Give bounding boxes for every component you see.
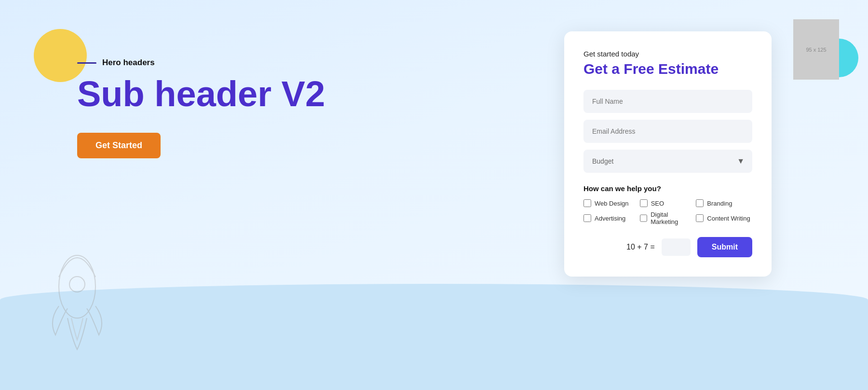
checkbox-seo-label: SEO	[651, 200, 664, 207]
background-wave	[0, 284, 868, 390]
checkbox-branding-input[interactable]	[696, 199, 704, 207]
hero-section: Hero headers Sub header V2 Get Started	[77, 58, 325, 158]
help-label: How can we help you?	[583, 184, 752, 193]
checkbox-seo[interactable]: SEO	[640, 199, 696, 207]
checkbox-seo-input[interactable]	[640, 199, 648, 207]
submit-button[interactable]: Submit	[697, 237, 752, 257]
form-title: Get a Free Estimate	[583, 61, 752, 77]
estimate-form-card: Get started today Get a Free Estimate Bu…	[564, 31, 772, 277]
checkbox-content-writing-label: Content Writing	[707, 215, 750, 222]
checkbox-branding[interactable]: Branding	[696, 199, 752, 207]
captcha-equation: 10 + 7 =	[626, 243, 655, 251]
checkbox-web-design-input[interactable]	[583, 199, 591, 207]
checkbox-content-writing-input[interactable]	[696, 214, 704, 222]
checkbox-web-design[interactable]: Web Design	[583, 199, 640, 207]
checkbox-branding-label: Branding	[707, 200, 732, 207]
rocket-illustration	[29, 234, 125, 361]
checkbox-digital-marketing-label: Digital Marketing	[651, 211, 696, 225]
email-input[interactable]	[583, 120, 752, 143]
checkbox-advertising-label: Advertising	[595, 215, 625, 222]
svg-point-0	[59, 255, 95, 318]
hero-label-row: Hero headers	[77, 58, 325, 68]
svg-point-1	[69, 277, 85, 292]
checkbox-content-writing[interactable]: Content Writing	[696, 211, 752, 225]
checkbox-advertising-input[interactable]	[583, 214, 591, 222]
hero-label-dash	[77, 62, 96, 64]
hero-title: Sub header V2	[77, 74, 325, 113]
image-placeholder: 95 x 125	[793, 19, 839, 80]
budget-select[interactable]: Budget < $1,000 $1,000 - $5,000 $5,000 -…	[583, 150, 752, 173]
services-checkboxes: Web Design SEO Branding Advertising Digi…	[583, 199, 752, 225]
checkbox-advertising[interactable]: Advertising	[583, 211, 640, 225]
checkbox-digital-marketing-input[interactable]	[640, 214, 648, 222]
checkbox-web-design-label: Web Design	[595, 200, 629, 207]
captcha-row: 10 + 7 = Submit	[583, 237, 752, 257]
get-started-button[interactable]: Get Started	[77, 133, 161, 158]
checkbox-digital-marketing[interactable]: Digital Marketing	[640, 211, 696, 225]
full-name-input[interactable]	[583, 90, 752, 113]
form-subtitle: Get started today	[583, 50, 752, 58]
budget-select-wrapper: Budget < $1,000 $1,000 - $5,000 $5,000 -…	[583, 150, 752, 173]
captcha-input[interactable]	[662, 238, 691, 256]
hero-label: Hero headers	[102, 58, 155, 68]
